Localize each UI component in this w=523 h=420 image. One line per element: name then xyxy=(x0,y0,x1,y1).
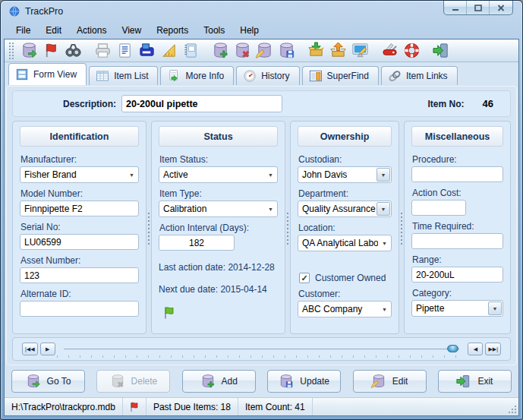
toolbar-print-button[interactable] xyxy=(92,40,114,61)
title-bar[interactable]: TrackPro xyxy=(4,1,519,21)
update-button[interactable]: Update xyxy=(267,370,341,393)
menu-actions[interactable]: Actions xyxy=(69,23,114,38)
customer-owned-checkbox[interactable]: ✓ xyxy=(299,273,310,283)
tab-more-info[interactable]: More Info xyxy=(160,66,234,85)
toolbar-find-button[interactable] xyxy=(62,40,84,61)
menu-reports[interactable]: Reports xyxy=(149,23,196,38)
tab-form-view[interactable]: Form View xyxy=(8,63,87,85)
department-combo[interactable]: Quality Assurance▼ xyxy=(298,201,392,217)
department-value: Quality Assurance xyxy=(298,204,376,214)
chevron-down-icon[interactable]: ▼ xyxy=(376,168,390,182)
manufacturer-combo[interactable]: Fisher Brand▼ xyxy=(20,166,139,183)
custodian-combo[interactable]: John Davis▼ xyxy=(298,166,392,183)
minimize-button[interactable] xyxy=(444,1,467,14)
swiss-knife-icon xyxy=(381,42,399,59)
window-title: TrackPro xyxy=(25,6,63,17)
status-bar: H:\TrackPro\trackpro.mdb Past Due Items:… xyxy=(5,397,518,415)
item-status-label: Item Status: xyxy=(159,154,278,165)
last-record-button[interactable]: ▶▶| xyxy=(485,343,501,355)
add-label: Add xyxy=(222,376,238,387)
edit-button[interactable]: Edit xyxy=(353,370,427,393)
toolbar-exit-button[interactable] xyxy=(430,40,452,61)
record-slider-track[interactable] xyxy=(64,349,460,349)
menu-tools[interactable]: Tools xyxy=(196,23,232,38)
item-status-value: Active xyxy=(159,169,264,180)
toolbar-delete-button[interactable] xyxy=(232,40,254,61)
exit-button[interactable]: Exit xyxy=(438,370,512,393)
chevron-down-icon[interactable]: ▼ xyxy=(488,302,502,315)
menu-help[interactable]: Help xyxy=(232,23,266,38)
toolbar-label-print-button[interactable] xyxy=(136,40,158,61)
chevron-down-icon[interactable]: ▼ xyxy=(378,307,391,312)
toolbar-screen-edit-button[interactable] xyxy=(349,40,371,61)
flag-section xyxy=(123,398,147,415)
toolbar-notebook-button[interactable] xyxy=(180,40,202,61)
tab-label: Form View xyxy=(33,69,77,80)
tab-item-links[interactable]: Item Links xyxy=(381,66,458,85)
customer-combo[interactable]: ABC Company▼ xyxy=(298,301,392,317)
toolbar-report-button[interactable] xyxy=(114,40,136,61)
toolbar-design-button[interactable] xyxy=(158,40,180,61)
range-input[interactable] xyxy=(411,267,503,283)
category-combo[interactable]: Pipette▼ xyxy=(411,300,503,317)
prev-record-button[interactable]: ◀ xyxy=(468,343,483,355)
toolbar-goto-button[interactable] xyxy=(18,40,40,61)
chevron-down-icon[interactable]: ▼ xyxy=(378,241,391,246)
menu-edit[interactable]: Edit xyxy=(38,23,69,38)
procedure-input[interactable] xyxy=(411,166,503,182)
toolbar-save-button[interactable] xyxy=(276,40,298,61)
superfind-icon xyxy=(309,69,323,83)
time-required-input[interactable] xyxy=(411,233,503,249)
past-due-text: Past Due Items: 18 xyxy=(153,402,231,412)
go-to-label: Go To xyxy=(47,376,71,387)
tab-superfind[interactable]: SuperFind xyxy=(302,66,379,85)
screen-edit-icon xyxy=(351,42,369,59)
add-button[interactable]: Add xyxy=(182,370,256,393)
alternate-id-input[interactable] xyxy=(20,301,139,317)
model-number-input[interactable] xyxy=(20,201,139,216)
location-label: Location: xyxy=(298,223,392,233)
record-slider-thumb[interactable] xyxy=(447,345,458,352)
asset-number-input[interactable] xyxy=(20,267,139,283)
first-record-button[interactable]: |◀◀ xyxy=(22,343,38,355)
chevron-down-icon[interactable]: ▼ xyxy=(264,172,277,178)
menu-file[interactable]: File xyxy=(8,23,38,38)
menu-view[interactable]: View xyxy=(114,23,149,38)
form-view-icon xyxy=(15,68,29,81)
toolbar-help-button[interactable] xyxy=(401,40,423,61)
action-interval-input[interactable] xyxy=(159,235,235,251)
chevron-down-icon[interactable]: ▼ xyxy=(376,202,390,216)
database-add-icon xyxy=(200,374,216,389)
tab-item-list[interactable]: Item List xyxy=(89,66,158,85)
tab-history[interactable]: History xyxy=(236,66,299,85)
toolbar-tools-button[interactable] xyxy=(379,40,401,61)
database-delete-icon xyxy=(110,374,125,389)
close-button[interactable] xyxy=(490,1,512,14)
custodian-label: Custodian: xyxy=(298,154,392,165)
database-edit-icon xyxy=(256,42,273,59)
identification-title: Identification xyxy=(20,126,139,147)
toolbar-pastdue-flag-button[interactable] xyxy=(40,40,62,61)
toolbar-export-button[interactable] xyxy=(327,40,349,61)
database-go-icon xyxy=(20,42,38,59)
chevron-down-icon[interactable]: ▼ xyxy=(264,207,277,212)
resize-grip[interactable] xyxy=(508,405,517,414)
action-cost-input[interactable] xyxy=(411,200,466,216)
go-to-button[interactable]: Go To xyxy=(11,370,85,393)
serial-no-input[interactable] xyxy=(20,234,139,250)
button-row: Go To Delete Add Update Edit Exit xyxy=(5,365,518,397)
toolbar-add-button[interactable] xyxy=(210,40,232,61)
close-icon xyxy=(497,5,505,11)
toolbar-edit-button[interactable] xyxy=(254,40,276,61)
report-icon xyxy=(116,42,134,59)
next-record-button[interactable]: ▶ xyxy=(40,343,55,355)
item-type-combo[interactable]: Calibration▼ xyxy=(159,201,278,217)
description-input[interactable] xyxy=(121,95,282,112)
item-status-combo[interactable]: Active▼ xyxy=(159,166,278,183)
toolbar-import-button[interactable] xyxy=(305,40,327,61)
toolbar-grip[interactable] xyxy=(8,42,14,60)
chevron-down-icon[interactable]: ▼ xyxy=(125,172,138,178)
database-add-icon xyxy=(212,42,229,59)
location-combo[interactable]: QA Analytical Labora▼ xyxy=(298,235,392,251)
maximize-button[interactable] xyxy=(467,1,490,14)
